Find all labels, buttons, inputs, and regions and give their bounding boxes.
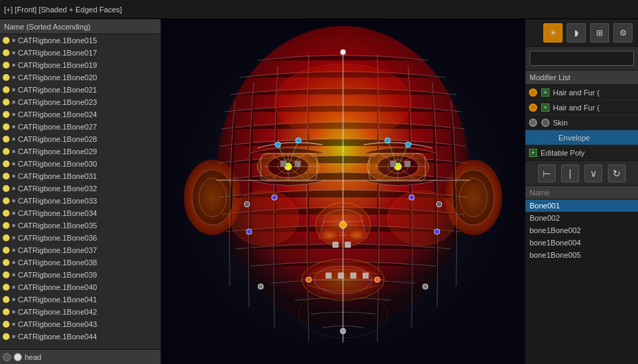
bone-item-bone1bone004[interactable]: bone1Bone004: [525, 236, 638, 249]
list-item[interactable]: CATRigbone.1Bone024: [0, 108, 161, 121]
list-item[interactable]: CATRigbone.1Bone034: [0, 207, 161, 219]
vp-rotate-btn[interactable]: ↻: [608, 165, 626, 182]
dot-icon: [12, 39, 15, 42]
bulb-icon: [3, 111, 10, 118]
bulb-icon: [3, 271, 10, 278]
toolbar-grid-icon[interactable]: ⊞: [590, 23, 609, 43]
list-item[interactable]: CATRigbone.1Bone020: [0, 71, 161, 84]
dot-icon: [12, 101, 15, 104]
dot-icon: [12, 274, 15, 276]
dot-icon: [12, 175, 15, 178]
vp-cursor-btn[interactable]: |: [561, 165, 579, 182]
mod-plus-icon: +: [541, 103, 550, 112]
list-item-label: CATRigbone.1Bone031: [18, 172, 97, 180]
list-item[interactable]: CATRigbone.1Bone036: [0, 232, 161, 244]
bone-list[interactable]: Bone001Bone002bone1Bone002bone1Bone004bo…: [525, 199, 638, 364]
list-item[interactable]: CATRigbone.1Bone029: [0, 145, 161, 158]
bone-item-bone1bone002[interactable]: bone1Bone002: [525, 224, 638, 236]
bone-item-bone001[interactable]: Bone001: [525, 199, 638, 212]
dot-icon: [12, 311, 15, 313]
vp-pin-btn[interactable]: ⊢: [538, 165, 556, 182]
list-item[interactable]: CATRigbone.1Bone039: [0, 269, 161, 281]
list-item[interactable]: CATRigbone.1Bone015: [0, 34, 161, 47]
svg-rect-64: [351, 273, 356, 278]
svg-point-53: [340, 49, 346, 55]
list-item[interactable]: CATRigbone.1Bone023: [0, 96, 161, 108]
list-item[interactable]: CATRigbone.1Bone042: [0, 306, 161, 318]
bone-label-bone002: Bone002: [530, 214, 560, 222]
list-item-label: CATRigbone.1Bone037: [18, 246, 97, 254]
toolbar-arc-icon[interactable]: ◗: [567, 23, 586, 43]
mod-check-icon: [541, 118, 550, 128]
modifier-item-editable_poly[interactable]: +Editable Poly: [525, 145, 638, 160]
scene-list-container[interactable]: CATRigbone.1Bone015CATRigbone.1Bone017CA…: [0, 34, 161, 349]
svg-rect-60: [333, 242, 338, 247]
bulb-icon: [3, 123, 10, 130]
modifier-item-hair_fur_1[interactable]: +Hair and Fur (: [525, 85, 638, 100]
bulb-icon: [3, 234, 10, 241]
list-item[interactable]: CATRigbone.1Bone017: [0, 47, 161, 59]
list-item[interactable]: CATRigbone.1Bone021: [0, 84, 161, 96]
modifier-item-hair_fur_2[interactable]: +Hair and Fur (: [525, 100, 638, 115]
bulb-icon: [3, 37, 10, 44]
bulb-icon: [3, 148, 10, 155]
bulb-icon: [3, 62, 10, 69]
mod-dashes: .........: [539, 134, 556, 141]
svg-point-43: [340, 221, 346, 228]
modifier-list-label[interactable]: Modifier List: [525, 71, 638, 85]
list-item-label: CATRigbone.1Bone040: [18, 283, 97, 291]
list-header-label: Name (Sorted Ascending): [4, 23, 91, 31]
list-item-label: CATRigbone.1Bone015: [18, 36, 97, 45]
modifier-item-envelope[interactable]: .........Envelope: [525, 130, 638, 145]
svg-point-46: [258, 284, 263, 289]
list-item[interactable]: CATRigbone.1Bone027: [0, 121, 161, 133]
bone-item-bone002[interactable]: Bone002: [525, 212, 638, 224]
list-item[interactable]: CATRigbone.1Bone019: [0, 59, 161, 71]
bulb-icon: [3, 173, 10, 180]
mod-label-editable_poly: Editable Poly: [541, 149, 584, 157]
dot-icon: [12, 323, 15, 326]
svg-point-47: [423, 284, 428, 289]
list-item-label: CATRigbone.1Bone041: [18, 295, 97, 304]
list-item[interactable]: CATRigbone.1Bone044: [0, 330, 161, 343]
bulb-icon: [3, 185, 10, 192]
list-item[interactable]: CATRigbone.1Bone028: [0, 133, 161, 145]
list-item[interactable]: CATRigbone.1Bone043: [0, 318, 161, 330]
status-label: head: [25, 353, 41, 361]
object-name-input[interactable]: head: [530, 51, 634, 66]
list-item[interactable]: CATRigbone.1Bone038: [0, 256, 161, 269]
dot-icon: [12, 286, 15, 289]
list-item[interactable]: CATRigbone.1Bone035: [0, 219, 161, 232]
list-item-label: CATRigbone.1Bone044: [18, 332, 97, 341]
svg-rect-56: [281, 161, 286, 167]
bulb-icon: [3, 49, 10, 56]
vp-hook-btn[interactable]: ∨: [584, 165, 602, 182]
viewport-3d[interactable]: [161, 19, 525, 364]
bone-item-bone1bone005[interactable]: bone1Bone005: [525, 249, 638, 261]
mod-gear-icon: [528, 103, 538, 112]
dot-icon: [12, 199, 15, 202]
mod-label-hair_fur_1: Hair and Fur (: [553, 88, 600, 97]
list-item[interactable]: CATRigbone.1Bone030: [0, 158, 161, 170]
list-item[interactable]: CATRigbone.1Bone031: [0, 170, 161, 182]
viewport-header: [+] [Front] [Shaded + Edged Faces]: [0, 0, 638, 19]
list-item-label: CATRigbone.1Bone030: [18, 160, 97, 168]
list-item[interactable]: CATRigbone.1Bone033: [0, 195, 161, 207]
list-item-label: CATRigbone.1Bone028: [18, 135, 97, 143]
list-item-label: CATRigbone.1Bone038: [18, 258, 97, 267]
mod-label-skin: Skin: [553, 119, 567, 127]
toolbar-gear-icon[interactable]: ⚙: [613, 23, 633, 43]
svg-rect-58: [390, 161, 396, 167]
left-status-bar: head: [0, 349, 161, 364]
list-item[interactable]: CATRigbone.1Bone037: [0, 244, 161, 256]
list-item[interactable]: CATRigbone.1Bone041: [0, 293, 161, 306]
bone-list-header-label: Name: [530, 189, 550, 197]
list-item[interactable]: CATRigbone.1Bone032: [0, 182, 161, 195]
list-item[interactable]: CATRigbone.1Bone040: [0, 281, 161, 293]
toolbar-sun-icon[interactable]: ☀: [543, 23, 563, 43]
mod-plus-icon: +: [528, 148, 538, 158]
list-item-label: CATRigbone.1Bone020: [18, 73, 97, 82]
modifier-list-text: Modifier List: [530, 73, 570, 82]
dot-icon: [12, 113, 15, 116]
modifier-item-skin[interactable]: Skin: [525, 115, 638, 130]
